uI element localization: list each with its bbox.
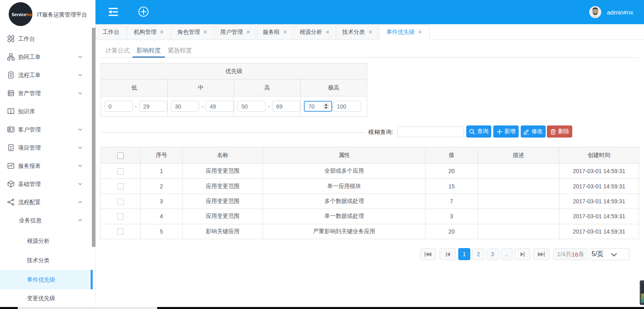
- svg-text:Servicehot®: Servicehot®: [12, 13, 33, 17]
